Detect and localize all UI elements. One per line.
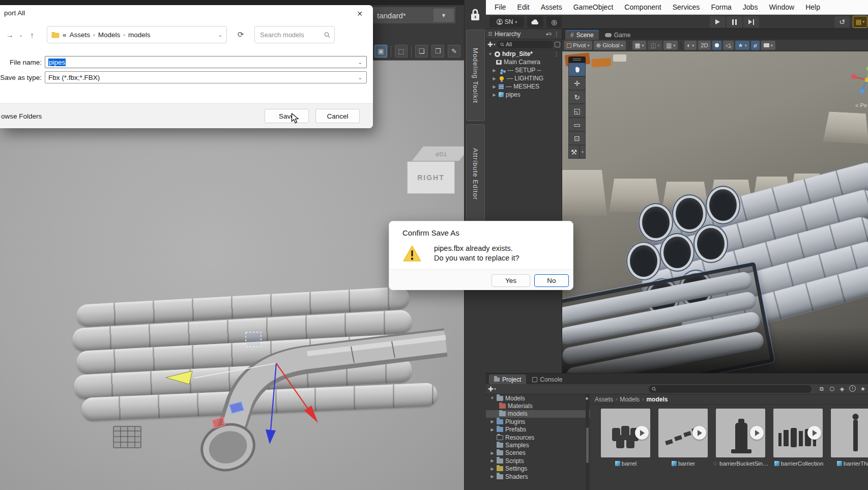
expand-arrow-icon[interactable]: ▼ (488, 52, 493, 56)
hierarchy-item-pipes[interactable]: ▶ pipes (486, 91, 562, 99)
hierarchy-item-meshes[interactable]: ▶ --- MESHES (486, 82, 562, 91)
scene-picker-icon[interactable] (555, 42, 560, 47)
menu-assets[interactable]: Assets (535, 3, 568, 11)
rect-tool[interactable]: ▭ (568, 118, 586, 131)
tree-item-plugins[interactable]: ▶ Plugins (486, 418, 590, 425)
tree-item-materials[interactable]: Materials (486, 402, 590, 410)
expand-arrow-icon[interactable]: ▶ (490, 474, 495, 479)
tag-icon[interactable]: ◈ (837, 385, 847, 393)
perspective-label[interactable]: < Pe (855, 102, 867, 108)
view-cube[interactable]: TOP RIGHT (407, 146, 455, 194)
hierarchy-item-scene[interactable]: ▼ hdrp_Site* ⋮ (486, 50, 562, 58)
refresh-icon[interactable]: ⟳ (233, 30, 248, 39)
file-name-input[interactable]: pipes ⌄ (45, 56, 367, 68)
tree-item-prefabs[interactable]: ▶ Prefabs (486, 426, 590, 434)
expand-arrow-icon[interactable]: ▶ (490, 427, 495, 432)
kebab-menu-icon[interactable]: ⋮ (554, 51, 560, 57)
save-button[interactable]: Save (265, 109, 309, 123)
expand-arrow-icon[interactable]: ▶ (492, 93, 497, 97)
menu-help[interactable]: Help (800, 3, 826, 11)
hierarchy-item-main-camera[interactable]: Main Camera (486, 58, 562, 66)
hierarchy-search[interactable] (497, 41, 553, 48)
2d-toggle[interactable]: 2D (698, 41, 711, 50)
preview-play-button[interactable] (750, 426, 764, 440)
pause-button[interactable] (727, 16, 742, 27)
address-breadcrumb[interactable]: « Assets › Models › models ⌄ (47, 26, 227, 43)
expand-arrow-icon[interactable]: ▶ (490, 451, 495, 455)
tree-item-models-sub[interactable]: models (486, 410, 590, 418)
asset-thumbnail-barrier-bucket[interactable] (716, 409, 765, 457)
breadcrumb-models[interactable]: Models (620, 396, 640, 403)
forward-arrow-icon[interactable]: → (3, 31, 16, 39)
asset-thumbnail-barrier-collection[interactable] (773, 409, 823, 457)
snap-settings-button[interactable]: ▥▾ (663, 41, 678, 50)
cloud-button[interactable] (527, 16, 543, 27)
camera-settings-button[interactable]: ▾ (761, 41, 775, 50)
tab-scene[interactable]: # Scene (565, 30, 599, 40)
shading-mode-button[interactable]: ◐▾ (684, 41, 697, 50)
expand-arrow-icon[interactable]: ▶ (492, 84, 497, 89)
hand-tool[interactable] (568, 63, 586, 76)
dialog-search-input[interactable] (259, 31, 324, 39)
tab-game[interactable]: Game (600, 30, 636, 40)
asset-thumbnail-barrier[interactable] (658, 409, 708, 457)
asset-label[interactable]: barrel (598, 459, 654, 467)
tree-scrollbar[interactable] (586, 394, 589, 490)
scroll-up-icon[interactable]: ▲ (585, 395, 589, 400)
breadcrumb-prefix[interactable]: « (63, 31, 67, 39)
menu-forma[interactable]: Forma (705, 3, 737, 11)
no-button[interactable]: No (534, 274, 569, 287)
expand-arrow-icon[interactable]: ▶ (492, 68, 497, 73)
breadcrumb-models-sub[interactable]: models (646, 396, 668, 403)
chevron-down-icon[interactable]: ⌄ (358, 60, 362, 65)
close-button[interactable]: ✕ (350, 7, 370, 20)
asset-thumbnail-barrel[interactable] (601, 409, 650, 457)
expand-arrow-icon[interactable]: ▶ (490, 467, 495, 471)
asset-label[interactable]: barrierBucketSing... (713, 459, 770, 467)
paint-tool-icon[interactable]: ✎ (448, 45, 460, 57)
grid-snap-button[interactable]: ▦▾ (632, 41, 647, 50)
tab-modeling-toolkit[interactable]: Modeling Toolkit (466, 30, 485, 121)
view-cube-front[interactable]: RIGHT (407, 161, 455, 194)
chevron-down-icon[interactable]: ⌄ (16, 32, 25, 38)
asset-thumbnail-barrier-thin[interactable] (831, 409, 868, 457)
lighting-toggle[interactable] (712, 41, 721, 50)
expand-arrow-icon[interactable]: ▶ (492, 76, 497, 81)
expand-arrow-icon[interactable]: ▶ (490, 458, 495, 463)
hub-button[interactable]: ◎ (546, 16, 562, 27)
account-button[interactable]: SN ▾ (489, 16, 524, 27)
up-arrow-icon[interactable]: ↑ (25, 31, 39, 39)
menu-file[interactable]: File (489, 3, 512, 11)
axis-gizmo[interactable] (847, 66, 868, 94)
menu-services[interactable]: Services (667, 3, 706, 11)
tree-item-shaders[interactable]: ▶ Shaders (486, 473, 590, 480)
hierarchy-item-lighting[interactable]: ▶ --- LIGHTING (486, 74, 562, 82)
add-object-button[interactable]: ✚ (487, 41, 496, 48)
menu-jobs[interactable]: Jobs (737, 3, 764, 11)
maximize-icon[interactable]: ⧉ (817, 385, 827, 393)
chevron-down-icon[interactable]: ⌄ (358, 75, 362, 80)
chevron-down-icon[interactable]: ▾ (580, 145, 586, 159)
hierarchy-item-setup[interactable]: ▶ --- SETUP -- (486, 66, 562, 74)
view-cube-top[interactable]: TOP (411, 146, 464, 161)
overlay-drag-handle[interactable] (568, 56, 586, 63)
select-tool-icon[interactable]: ▣ (374, 45, 387, 57)
chevron-down-icon[interactable]: ▼ (433, 9, 454, 22)
move-tool[interactable]: ✛ (568, 76, 586, 90)
rotate-tool[interactable]: ↻ (568, 90, 586, 104)
breadcrumb-models-sub[interactable]: models (128, 31, 151, 39)
lock-icon[interactable] (470, 8, 481, 22)
tab-project[interactable]: Project (489, 374, 526, 384)
move-tool-icon[interactable]: ❏ (415, 45, 428, 57)
package-alert-button[interactable]: ▤ ▾ (853, 16, 867, 28)
menu-window[interactable]: Window (763, 3, 800, 11)
preview-play-button[interactable] (692, 426, 706, 440)
expand-arrow-icon[interactable]: ▼ (490, 396, 495, 400)
undo-history-button[interactable]: ↺ (834, 16, 850, 27)
audio-toggle[interactable]: ◁ₓ (723, 41, 734, 50)
custom-tool[interactable]: ⚒︎ (568, 145, 580, 159)
tab-attribute-editor[interactable]: Attribute Editor (466, 124, 485, 224)
asset-bundle-icon[interactable]: ⬡ (827, 385, 837, 393)
global-button[interactable]: ⊕ Global ▾ (594, 41, 626, 50)
menu-component[interactable]: Component (619, 3, 667, 11)
